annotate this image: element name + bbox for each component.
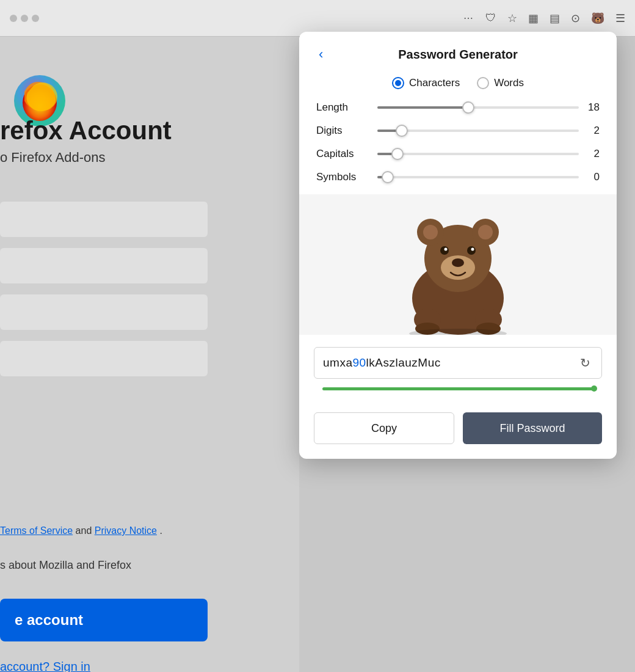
panel-header: ‹ Password Generator xyxy=(299,32,617,75)
bear-extension-icon[interactable]: 🐻 xyxy=(591,12,604,25)
svg-point-10 xyxy=(440,246,449,255)
refresh-password-button[interactable]: ↻ xyxy=(578,353,593,373)
panel-title: Password Generator xyxy=(398,48,518,62)
terms-link[interactable]: Terms of Service xyxy=(0,525,73,536)
words-label: Words xyxy=(494,77,524,89)
copy-button[interactable]: Copy xyxy=(314,412,454,444)
bear-svg xyxy=(391,206,525,335)
minimize-dot xyxy=(21,15,28,22)
library-icon[interactable]: ▦ xyxy=(528,12,539,25)
capitals-slider-thumb[interactable] xyxy=(391,148,404,160)
digits-slider-thumb[interactable] xyxy=(396,125,408,137)
svg-point-5 xyxy=(423,225,438,239)
fill-password-button[interactable]: Fill Password xyxy=(463,412,602,444)
info-text: s about Mozilla and Firefox xyxy=(0,559,131,572)
symbols-slider-thumb[interactable] xyxy=(382,171,394,183)
page-subtitle: o Firefox Add-ons xyxy=(0,150,105,166)
more-options-icon[interactable]: ⋯ xyxy=(463,12,474,24)
capitals-value: 2 xyxy=(585,148,600,160)
form-field-3[interactable] xyxy=(0,294,208,330)
digits-slider-track[interactable] xyxy=(377,130,579,132)
password-output-area: umxa90lkAszlauzMuc ↻ xyxy=(299,335,617,412)
svg-point-13 xyxy=(471,248,474,251)
digits-label: Digits xyxy=(316,125,371,137)
star-icon[interactable]: ☆ xyxy=(507,12,517,25)
length-slider-thumb[interactable] xyxy=(462,101,474,114)
sliders-section: Length 18 Digits 2 Capitals 2 xyxy=(299,101,617,183)
reader-icon[interactable]: ▤ xyxy=(550,12,560,25)
symbols-slider-track[interactable] xyxy=(377,176,579,178)
words-option[interactable]: Words xyxy=(477,77,524,89)
capitals-slider-row: Capitals 2 xyxy=(316,148,600,160)
svg-point-12 xyxy=(445,248,448,251)
symbols-label: Symbols xyxy=(316,171,371,183)
form-field-4[interactable] xyxy=(0,341,208,376)
form-fields xyxy=(0,202,208,376)
length-slider-row: Length 18 xyxy=(316,101,600,114)
form-field-1[interactable] xyxy=(0,202,208,237)
password-generator-panel: ‹ Password Generator Characters Words Le… xyxy=(299,32,617,459)
symbols-slider-row: Symbols 0 xyxy=(316,171,600,183)
bear-illustration xyxy=(299,194,617,335)
svg-point-7 xyxy=(478,225,493,239)
close-dot xyxy=(10,15,17,22)
maximize-dot xyxy=(32,15,39,22)
capitals-slider-track[interactable] xyxy=(377,153,579,155)
browser-window-controls xyxy=(10,15,39,22)
shield-icon[interactable]: 🛡 xyxy=(485,12,496,24)
menu-icon[interactable]: ☰ xyxy=(615,12,625,25)
length-slider-fill xyxy=(377,106,468,109)
create-account-label: e account xyxy=(15,612,83,629)
browser-chrome: ⋯ 🛡 ☆ ▦ ▤ ⊙ 🐻 ☰ xyxy=(0,0,635,37)
page-title: refox Account xyxy=(0,116,172,145)
webpage-background: refox Account o Firefox Add-ons Terms of… xyxy=(0,37,299,672)
capitals-label: Capitals xyxy=(316,148,371,160)
signin-link[interactable]: account? Sign in xyxy=(0,660,90,672)
symbols-value: 0 xyxy=(585,171,600,183)
privacy-link[interactable]: Privacy Notice xyxy=(95,525,157,536)
type-selector: Characters Words xyxy=(299,75,617,101)
characters-radio[interactable] xyxy=(392,77,404,89)
browser-toolbar: ⋯ 🛡 ☆ ▦ ▤ ⊙ 🐻 ☰ xyxy=(463,12,625,25)
terms-text: Terms of Service and Privacy Notice . xyxy=(0,525,162,536)
back-button[interactable]: ‹ xyxy=(314,44,328,65)
password-field-row: umxa90lkAszlauzMuc ↻ xyxy=(314,347,602,379)
password-digit-1: 90 xyxy=(352,356,366,369)
svg-point-11 xyxy=(467,246,476,255)
length-label: Length xyxy=(316,101,371,114)
sync-icon[interactable]: ⊙ xyxy=(571,12,580,25)
password-display: umxa90lkAszlauzMuc xyxy=(323,356,578,370)
words-radio[interactable] xyxy=(477,77,489,89)
create-account-button[interactable]: e account xyxy=(0,599,208,641)
characters-option[interactable]: Characters xyxy=(392,77,460,89)
strength-bar xyxy=(322,387,593,390)
digits-value: 2 xyxy=(585,125,600,137)
length-slider-track[interactable] xyxy=(377,106,579,109)
length-value: 18 xyxy=(585,101,600,114)
svg-point-9 xyxy=(452,258,464,267)
password-actions: Copy Fill Password xyxy=(299,412,617,459)
form-field-2[interactable] xyxy=(0,248,208,283)
characters-label: Characters xyxy=(409,77,460,89)
characters-radio-fill xyxy=(395,80,401,86)
digits-slider-row: Digits 2 xyxy=(316,125,600,137)
